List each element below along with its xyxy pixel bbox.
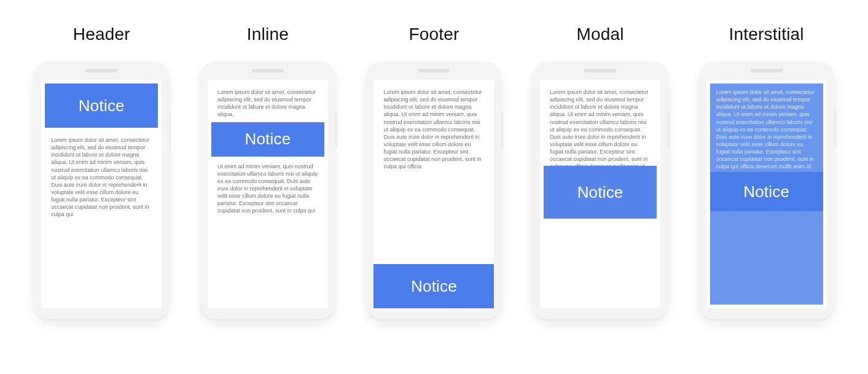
variant-title-modal: Modal [576,25,624,44]
variant-title-footer: Footer [409,25,459,44]
variant-footer: Footer Lorem ipsum dolor sit amet, conse… [357,25,510,319]
screen-header: Notice Lorem ipsum dolor sit amet, conse… [41,80,162,308]
screen-footer: Lorem ipsum dolor sit amet, consectetur … [373,80,494,308]
variant-title-header: Header [73,25,130,44]
screen-modal: Lorem ipsum dolor sit amet, consectetur … [540,80,660,308]
content-text-footer: Lorem ipsum dolor sit amet, consectetur … [373,80,494,264]
phone-mock-header: Notice Lorem ipsum dolor sit amet, conse… [34,61,169,319]
phone-mock-modal: Lorem ipsum dolor sit amet, consectetur … [533,61,668,319]
phone-mock-inline: Lorem ipsum dolor sit amet, consectetur … [200,61,335,319]
content-text-header: Lorem ipsum dolor sit amet, consectetur … [41,128,162,227]
variant-title-interstitial: Interstitial [729,25,804,44]
notice-header: Notice [45,84,158,128]
notice-footer: Notice [373,264,494,308]
variant-title-inline: Inline [247,25,289,44]
content-text-inline-bottom: Ut enim ad minim veniam, quis nostrud ex… [208,157,328,219]
variant-interstitial: Interstitial Lorem ipsum dolor sit amet,… [690,25,843,319]
screen-interstitial: Lorem ipsum dolor sit amet, consectetur … [706,80,827,308]
notice-inline: Notice [211,122,324,157]
notice-modal: Notice [544,166,657,219]
variant-header: Header Notice Lorem ipsum dolor sit amet… [25,25,178,319]
phone-mock-footer: Lorem ipsum dolor sit amet, consectetur … [366,61,501,319]
phone-mock-interstitial: Lorem ipsum dolor sit amet, consectetur … [699,61,834,319]
content-text-inline-top: Lorem ipsum dolor sit amet, consectetur … [208,80,328,122]
notice-interstitial: Notice [710,172,823,211]
diagram-stage: Header Notice Lorem ipsum dolor sit amet… [0,0,868,332]
variant-inline: Inline Lorem ipsum dolor sit amet, conse… [191,25,345,319]
screen-inline: Lorem ipsum dolor sit amet, consectetur … [208,80,328,308]
variant-modal: Modal Lorem ipsum dolor sit amet, consec… [523,25,677,319]
